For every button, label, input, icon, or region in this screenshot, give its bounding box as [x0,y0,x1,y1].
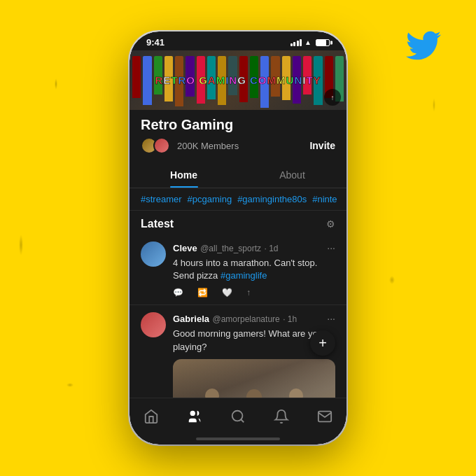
tweet-more-2[interactable]: ··· [327,313,335,324]
nav-notifications[interactable] [267,405,295,428]
tabs: Home About [130,162,346,188]
status-time: 9:41 [146,37,164,48]
twitter-logo [406,28,441,57]
phone-frame: 9:41 ▲ [130,31,346,444]
hashtag-gaminginthe80s[interactable]: #gaminginthe80s [237,194,307,204]
like-action-1[interactable]: 🤍 [222,288,232,298]
bottom-nav [130,398,346,438]
tweet-avatar-2 [141,312,166,337]
tweet-feed: Latest ⚙ Cleve @all_the_sportz · 1d [130,211,346,398]
member-avatars: 200K Members [141,137,239,154]
tab-home[interactable]: Home [130,162,238,188]
members-count: 200K Members [177,141,239,151]
battery-icon [316,39,330,46]
tweet-handle-1: @all_the_sportz [200,244,261,253]
signal-icon [290,39,302,46]
hashtag-streamer[interactable]: #streamer [141,194,182,204]
nav-search[interactable] [224,405,252,428]
tweet-handle-2: @amorpelanature [212,314,279,324]
avatar-group [141,137,170,154]
retweet-action-1[interactable]: 🔁 [197,288,208,298]
compose-fab[interactable]: + [310,330,335,356]
svg-point-1 [205,388,219,398]
status-bar: 9:41 ▲ [130,31,346,50]
home-bar [196,438,280,440]
wifi-icon: ▲ [304,38,312,46]
profile-section: Retro Gaming 200K Members Invite [130,110,346,162]
tweet-text-1: 4 hours into a marathon. Can't stop. Sen… [173,257,335,282]
tweet-time-1: · 1d [265,244,279,253]
upload-banner-button[interactable]: ↑ [324,89,341,106]
tweet-image [173,359,335,398]
hashtag-nintendo[interactable]: #ninte [312,194,337,204]
tweet-content-2: Gabriela @amorpelanature · 1h ··· Good m… [173,312,335,398]
nav-messages[interactable] [311,405,339,428]
svg-point-7 [289,388,303,398]
tweet-content-1: Cleve @all_the_sportz · 1d ··· 4 hours i… [173,241,335,298]
banner-title: RETRO GAMING COMMUNITY [155,74,321,86]
hashtag-pcgaming[interactable]: #pcgaming [188,194,232,204]
avatar [153,137,170,154]
tweet-meta-1: Cleve @all_the_sportz · 1d [173,241,279,254]
tweet-more-1[interactable]: ··· [327,242,335,253]
latest-label: Latest [141,218,174,230]
latest-header: Latest ⚙ [130,211,346,234]
community-name: Retro Gaming [141,117,335,133]
invite-button[interactable]: Invite [309,140,335,151]
members-row: 200K Members Invite [141,137,335,154]
tweet-link-1[interactable]: #gaminglife [220,270,267,281]
tweet-user-2: Gabriela [173,314,209,324]
community-banner: RETRO GAMING COMMUNITY ↑ [130,50,346,110]
tweet-user-1: Cleve [173,243,197,253]
tweet-time-2: · 1h [283,314,297,324]
tweet-actions-1: 💬 🔁 🤍 ↑ [173,288,335,298]
svg-point-4 [246,389,262,398]
nav-community[interactable] [181,405,209,428]
tweet-1: Cleve @all_the_sportz · 1d ··· 4 hours i… [130,234,346,305]
share-action-1[interactable]: ↑ [246,288,251,298]
nav-home[interactable] [137,405,165,428]
tab-about[interactable]: About [238,162,346,188]
tweet-meta-2: Gabriela @amorpelanature · 1h [173,312,297,325]
svg-point-10 [232,411,243,421]
svg-point-9 [190,411,195,416]
home-indicator [130,438,346,444]
hashtags-row: #streamer #pcgaming #gaminginthe80s #nin… [130,188,346,211]
status-icons: ▲ [290,38,330,46]
tweet-avatar-1 [141,241,166,267]
filter-icon[interactable]: ⚙ [326,218,335,230]
reply-action-1[interactable]: 💬 [173,288,183,298]
